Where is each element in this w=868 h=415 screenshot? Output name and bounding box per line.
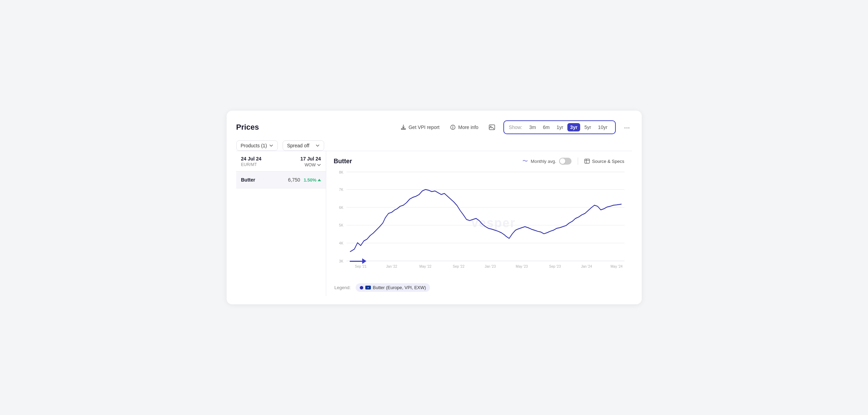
product-price: 6,750 [288, 177, 300, 183]
arrow-body [350, 261, 362, 262]
product-name: Butter [241, 177, 288, 183]
source-specs-button[interactable]: Source & Specs [584, 159, 624, 164]
chart-header: Butter 〜 Monthly avg. [334, 157, 624, 165]
svg-text:Sep '21: Sep '21 [355, 264, 366, 268]
svg-text:Jan '22: Jan '22 [386, 264, 397, 268]
svg-text:Sep '23: Sep '23 [549, 264, 561, 268]
toggle-switch[interactable] [559, 158, 572, 165]
show-range-box: Show: 3m 6m 1yr 3yr 5yr 10yr [503, 120, 616, 134]
header-actions: Get VPI report More info [398, 120, 632, 134]
arrow-head [362, 258, 366, 264]
legend-item: ★ Butter (Europe, VPI, EXW) [356, 283, 430, 292]
svg-text:Jan '23: Jan '23 [484, 264, 495, 268]
svg-text:Jan '24: Jan '24 [581, 264, 592, 268]
svg-text:4K: 4K [339, 241, 344, 245]
date-left: 24 Jul 24 [241, 156, 262, 162]
range-5yr[interactable]: 5yr [582, 123, 594, 131]
wow-badge[interactable]: WOW [305, 163, 321, 167]
product-row: Butter 6,750 1.50% [236, 172, 326, 188]
date-right: 17 Jul 24 [300, 156, 321, 162]
up-arrow-icon [318, 179, 321, 181]
svg-text:May '24: May '24 [610, 264, 622, 268]
date-right-col: 17 Jul 24 WOW [300, 156, 321, 168]
page-title: Prices [236, 123, 259, 132]
svg-text:5K: 5K [339, 223, 344, 228]
main-content: 24 Jul 24 EUR/MT 17 Jul 24 WOW Butter 6,… [236, 151, 632, 296]
legend-label: Legend: [335, 285, 351, 290]
left-panel: 24 Jul 24 EUR/MT 17 Jul 24 WOW Butter 6,… [236, 151, 326, 296]
range-1yr[interactable]: 1yr [554, 123, 566, 131]
image-button[interactable] [487, 123, 497, 132]
get-vpi-report-button[interactable]: Get VPI report [398, 123, 441, 132]
download-icon [400, 124, 406, 130]
svg-rect-5 [585, 159, 590, 163]
chart-area: vesper 8K 7K 6K 5K 4K 3K Sep '21 [334, 168, 624, 278]
range-10yr[interactable]: 10yr [595, 123, 610, 131]
svg-text:7K: 7K [339, 187, 344, 192]
chart-controls: 〜 Monthly avg. Source & Specs [522, 157, 624, 165]
show-label: Show: [509, 124, 522, 130]
more-options-button[interactable]: ··· [622, 122, 632, 133]
range-3yr[interactable]: 3yr [567, 123, 580, 131]
svg-point-4 [490, 126, 491, 127]
arrow-annotation [350, 258, 366, 264]
svg-text:6K: 6K [339, 205, 344, 210]
svg-text:3K: 3K [339, 259, 344, 263]
svg-text:Sep '22: Sep '22 [453, 264, 464, 268]
currency-left: EUR/MT [241, 162, 262, 167]
legend-dot [360, 286, 363, 289]
range-6m[interactable]: 6m [540, 123, 552, 131]
right-panel: Butter 〜 Monthly avg. [326, 151, 632, 296]
header-row: Prices Get VPI report [236, 120, 632, 134]
legend-row: Legend: ★ Butter (Europe, VPI, EXW) [334, 283, 624, 292]
svg-text:May '23: May '23 [515, 264, 528, 268]
image-icon [489, 124, 495, 130]
spread-dropdown[interactable]: Spread off [283, 140, 324, 151]
more-info-button[interactable]: More info [448, 123, 480, 132]
filter-row: Products (1) Spread off [236, 140, 632, 151]
range-3m[interactable]: 3m [527, 123, 539, 131]
info-icon [450, 124, 456, 130]
svg-point-2 [453, 126, 454, 127]
product-change: 1.50% [304, 177, 321, 183]
monthly-avg-toggle: 〜 Monthly avg. [522, 158, 572, 165]
divider [578, 157, 578, 165]
date-row: 24 Jul 24 EUR/MT 17 Jul 24 WOW [236, 151, 326, 172]
svg-text:8K: 8K [339, 170, 344, 174]
products-dropdown[interactable]: Products (1) [236, 140, 278, 151]
main-card: Prices Get VPI report [227, 111, 642, 304]
chart-title: Butter [334, 158, 352, 165]
eu-flag-icon: ★ [365, 286, 371, 289]
date-left-col: 24 Jul 24 EUR/MT [241, 156, 262, 167]
toggle-knob [560, 158, 565, 164]
svg-text:May '22: May '22 [419, 264, 431, 268]
monthly-avg-icon: 〜 [522, 158, 528, 165]
